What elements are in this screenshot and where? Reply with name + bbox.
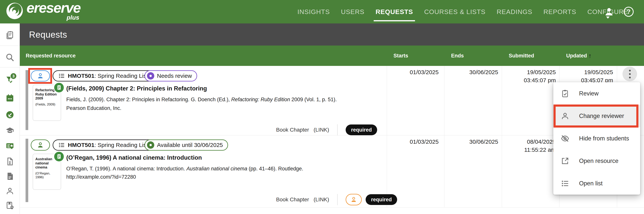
cell-submitted: 08/04/202511:55:22 am: [502, 138, 556, 154]
resource-link-type: (LINK): [314, 196, 329, 203]
row-actions-kebab-button[interactable]: [622, 67, 637, 81]
status-dot-icon: [147, 142, 154, 149]
menu-item-review[interactable]: Review: [553, 82, 640, 105]
resource-citation: O’Regan, T. (1996). A national cinema: I…: [66, 165, 404, 173]
status-badge: Available until 30/06/2025: [144, 140, 228, 150]
resource-details: (O’Regan, 1996) A national cinema: Intro…: [66, 154, 404, 180]
vertical-divider: [337, 124, 338, 136]
open-in-new-icon: [560, 156, 570, 166]
cell-ends: 30/06/2025: [445, 68, 498, 76]
clipboard-check-icon: [560, 89, 570, 98]
clipboard-copy-icon: [6, 30, 14, 40]
list-icon: [560, 179, 570, 188]
resource-url[interactable]: http://example.com/?id=72280: [66, 174, 404, 180]
brand-name: ereserve: [26, 0, 80, 16]
person-icon: [604, 6, 614, 17]
nav-requests[interactable]: REQUESTS: [376, 0, 413, 24]
table-header: Requested resource Starts Ends Submitted…: [20, 46, 644, 66]
logo-swirl-icon: [6, 2, 24, 20]
course-code: HMOT501: [68, 142, 94, 148]
resource-type: Book Chapter: [276, 127, 309, 133]
topbar-icons: ?: [604, 0, 634, 24]
status-label: Available until 30/06/2025: [157, 142, 223, 148]
request-row: HMOT501: Spring Reading List 2025 Needs …: [20, 66, 644, 136]
resource-meta: Book Chapter (LINK) required: [276, 194, 397, 206]
menu-item-open-list[interactable]: Open list: [553, 172, 640, 194]
col-header-ends[interactable]: Ends: [451, 46, 464, 66]
col-header-submitted[interactable]: Submitted: [509, 46, 534, 66]
reviewer-pill[interactable]: [31, 140, 50, 150]
required-badge: required: [366, 194, 397, 205]
sidebar-item-courses[interactable]: [0, 126, 20, 135]
cell-starts: 01/03/2025: [386, 68, 438, 76]
check-circle-icon: [6, 110, 14, 119]
menu-item-change-reviewer[interactable]: Change reviewer: [553, 105, 640, 127]
sidebar-item-people[interactable]: [0, 186, 20, 196]
col-header-resource[interactable]: Requested resource: [26, 46, 76, 66]
assign-reviewer-pill[interactable]: [346, 194, 362, 205]
sidebar-item-search[interactable]: [0, 52, 20, 62]
resource-link-type: (LINK): [314, 127, 329, 133]
sidebar-item-requests-queue[interactable]: [0, 30, 20, 40]
col-header-updated[interactable]: Updated ↑: [566, 46, 592, 66]
cell-submitted: 19/05/202503:45:07 pm: [502, 68, 556, 84]
resource-thumbnail: Australian national cinema (O’Regan, 199…: [33, 154, 61, 190]
document-icon: [55, 153, 63, 160]
request-row: HMOT501: Spring Reading List 2025 Availa…: [20, 136, 644, 208]
person-icon: [36, 141, 44, 149]
sidebar-item-filters[interactable]: 3: [0, 75, 20, 84]
thumb-author: (O’Regan, 1996): [35, 172, 58, 179]
sidebar-item-reading-lists[interactable]: [0, 141, 20, 150]
list-icon: [58, 72, 65, 79]
sidebar-divider: [0, 67, 20, 68]
help-icon: ?: [624, 7, 634, 17]
eye-off-icon: [560, 134, 570, 143]
required-badge: required: [346, 124, 377, 135]
sidebar-item-approvals[interactable]: [0, 110, 20, 120]
document-type-badge: [54, 82, 64, 93]
vertical-divider: [337, 194, 338, 205]
icon-sidebar: 3: [0, 24, 20, 214]
nav-courses-lists[interactable]: COURSES & LISTS: [424, 0, 486, 24]
person-icon: [6, 186, 14, 196]
graduation-cap-icon: [6, 126, 14, 135]
resource-details: (Fields, 2009) Chapter 2: Principles in …: [66, 85, 404, 112]
app-logo[interactable]: ereserve plus: [6, 2, 80, 20]
search-icon: [6, 53, 14, 62]
resource-type: Book Chapter: [276, 196, 309, 203]
help-button[interactable]: ?: [623, 6, 634, 17]
resource-thumbnail: Refactoring: Ruby Edition 2009 (Fields, …: [33, 85, 61, 121]
document-type-badge: [54, 151, 64, 162]
row-actions-menu: Review Change reviewer Hide from student…: [553, 82, 640, 194]
top-nav-bar: ereserve plus INSIGHTS USERS REQUESTS CO…: [0, 0, 644, 24]
resource-title: (Fields, 2009) Chapter 2: Principles in …: [66, 85, 404, 92]
resource-title: (O’Regan, 1996) A national cinema: Intro…: [66, 154, 404, 161]
person-icon: [350, 196, 357, 203]
nav-readings[interactable]: READINGS: [497, 0, 532, 24]
row-drag-handle[interactable]: [26, 139, 28, 202]
cell-starts: 01/03/2025: [386, 138, 438, 146]
thumb-author: (Fields, 2009): [35, 102, 58, 106]
col-header-starts[interactable]: Starts: [394, 46, 408, 66]
sidebar-item-documents[interactable]: [0, 171, 20, 181]
brand-text: ereserve plus: [26, 2, 80, 20]
sidebar-item-schedule[interactable]: [0, 93, 20, 103]
list-icon: [58, 142, 65, 148]
nav-insights[interactable]: INSIGHTS: [298, 0, 330, 24]
nav-reports[interactable]: REPORTS: [544, 0, 576, 24]
cell-updated: 19/05/202503:45:07 pm: [560, 68, 613, 84]
resource-citation: Fields, J. (2009). Chapter 2: Principles…: [66, 96, 404, 104]
menu-item-hide-from-students[interactable]: Hide from students: [553, 127, 640, 150]
account-button[interactable]: [604, 6, 614, 17]
resource-meta: Book Chapter (LINK) required: [276, 124, 377, 136]
status-label: Needs review: [157, 72, 192, 79]
book-location-icon: [6, 201, 14, 210]
row-drag-handle[interactable]: [26, 70, 28, 130]
reviewer-pill[interactable]: [31, 70, 50, 82]
sidebar-item-licensed-documents[interactable]: [0, 156, 20, 166]
cell-ends: 30/06/2025: [445, 138, 498, 146]
sidebar-item-bookmarks[interactable]: [0, 201, 20, 210]
nav-users[interactable]: USERS: [341, 0, 364, 24]
person-icon: [560, 112, 570, 120]
menu-item-open-resource[interactable]: Open resource: [553, 150, 640, 172]
